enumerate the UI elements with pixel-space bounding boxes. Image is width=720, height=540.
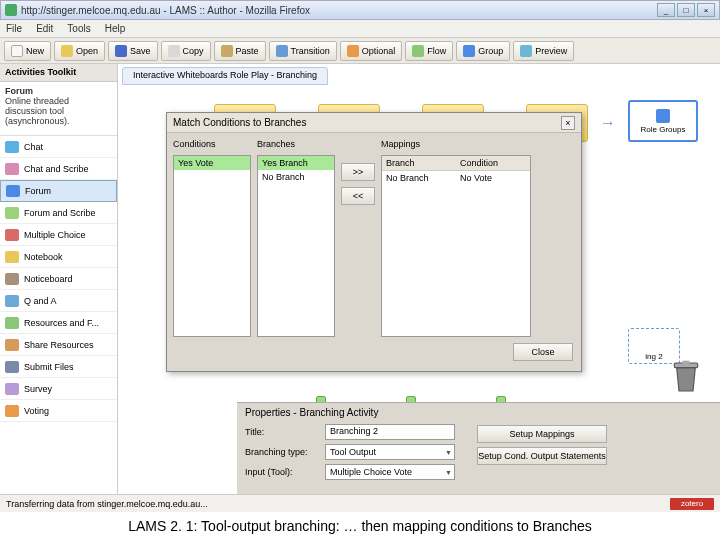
window-controls: _ □ ×: [657, 3, 715, 17]
open-button[interactable]: Open: [54, 41, 105, 61]
mapping-branch: No Branch: [382, 171, 456, 185]
sequence-box[interactable]: ing 2: [628, 328, 680, 364]
mapping-condition: No Vote: [456, 171, 530, 185]
tool-icon: [5, 295, 19, 307]
tool-item-resources-and-f-[interactable]: Resources and F...: [0, 312, 117, 334]
mapping-row[interactable]: No BranchNo Vote: [382, 171, 530, 185]
menu-tools[interactable]: Tools: [67, 23, 90, 34]
open-icon: [61, 45, 73, 57]
setup-mappings-button[interactable]: Setup Mappings: [477, 425, 607, 443]
tool-item-forum-and-scribe[interactable]: Forum and Scribe: [0, 202, 117, 224]
match-conditions-dialog: Match Conditions to Branches × Condition…: [166, 112, 582, 372]
optional-label: Optional: [362, 46, 396, 56]
save-button[interactable]: Save: [108, 41, 158, 61]
dialog-close-btn[interactable]: Close: [513, 343, 573, 361]
dialog-body: Conditions Yes Vote Branches Yes BranchN…: [167, 133, 581, 343]
new-button[interactable]: New: [4, 41, 51, 61]
sidebar: Activities Toolkit Forum Online threaded…: [0, 64, 118, 494]
branches-column: Branches Yes BranchNo Branch: [257, 139, 335, 337]
preview-label: Preview: [535, 46, 567, 56]
conditions-column: Conditions Yes Vote: [173, 139, 251, 337]
tool-item-noticeboard[interactable]: Noticeboard: [0, 268, 117, 290]
input-tool-select[interactable]: Multiple Choice Vote▼: [325, 464, 455, 480]
canvas-tab[interactable]: Interactive Whiteboards Role Play - Bran…: [122, 67, 328, 85]
group-activity[interactable]: Role Groups: [628, 100, 698, 142]
tool-item-submit-files[interactable]: Submit Files: [0, 356, 117, 378]
arrow-icon: →: [600, 114, 616, 132]
flow-icon: [412, 45, 424, 57]
status-text: Transferring data from stinger.melcoe.mq…: [6, 499, 208, 509]
preview-button[interactable]: Preview: [513, 41, 574, 61]
new-label: New: [26, 46, 44, 56]
tool-label: Multiple Choice: [24, 230, 86, 240]
branches-list[interactable]: Yes BranchNo Branch: [257, 155, 335, 337]
tool-item-q-and-a[interactable]: Q and A: [0, 290, 117, 312]
tool-label: Resources and F...: [24, 318, 99, 328]
tool-icon: [5, 317, 19, 329]
flow-button[interactable]: Flow: [405, 41, 453, 61]
save-label: Save: [130, 46, 151, 56]
open-label: Open: [76, 46, 98, 56]
tool-icon: [6, 185, 20, 197]
paste-button[interactable]: Paste: [214, 41, 266, 61]
branch-item[interactable]: Yes Branch: [258, 156, 334, 170]
setup-conditions-button[interactable]: Setup Cond. Output Statements: [477, 447, 607, 465]
menu-help[interactable]: Help: [105, 23, 126, 34]
menu-edit[interactable]: Edit: [36, 23, 53, 34]
trash-icon[interactable]: [672, 360, 700, 394]
window-title: http://stinger.melcoe.mq.edu.au - LAMS :…: [21, 5, 657, 16]
tool-item-multiple-choice[interactable]: Multiple Choice: [0, 224, 117, 246]
copy-label: Copy: [183, 46, 204, 56]
tool-icon: [5, 361, 19, 373]
tool-item-share-resources[interactable]: Share Resources: [0, 334, 117, 356]
tool-desc-title: Forum: [5, 86, 112, 96]
mappings-list[interactable]: Branch Condition No BranchNo Vote: [381, 155, 531, 337]
window-titlebar: http://stinger.melcoe.mq.edu.au - LAMS :…: [0, 0, 720, 20]
tool-item-chat[interactable]: Chat: [0, 136, 117, 158]
tool-icon: [5, 383, 19, 395]
zotero-badge[interactable]: zotero: [670, 498, 714, 510]
tool-item-voting[interactable]: Voting: [0, 400, 117, 422]
maximize-button[interactable]: □: [677, 3, 695, 17]
group-button[interactable]: Group: [456, 41, 510, 61]
tool-label: Notebook: [24, 252, 63, 262]
tool-label: Chat and Scribe: [24, 164, 89, 174]
tool-item-notebook[interactable]: Notebook: [0, 246, 117, 268]
conditions-label: Conditions: [173, 139, 251, 151]
add-mapping-button[interactable]: >>: [341, 163, 375, 181]
props-label-input: Input (Tool):: [245, 467, 317, 477]
branches-label: Branches: [257, 139, 335, 151]
copy-icon: [168, 45, 180, 57]
conditions-list[interactable]: Yes Vote: [173, 155, 251, 337]
dialog-titlebar[interactable]: Match Conditions to Branches ×: [167, 113, 581, 133]
dialog-close-button[interactable]: ×: [561, 116, 575, 130]
favicon-icon: [5, 4, 17, 16]
branch-item[interactable]: No Branch: [258, 170, 334, 184]
group-icon: [656, 109, 670, 123]
props-row-input: Input (Tool): Multiple Choice Vote▼: [245, 464, 712, 480]
paste-icon: [221, 45, 233, 57]
group-icon: [463, 45, 475, 57]
close-button[interactable]: ×: [697, 3, 715, 17]
minimize-button[interactable]: _: [657, 3, 675, 17]
condition-item[interactable]: Yes Vote: [174, 156, 250, 170]
title-input[interactable]: Branching 2: [325, 424, 455, 440]
menu-file[interactable]: File: [6, 23, 22, 34]
flow-label: Flow: [427, 46, 446, 56]
toolbar: New Open Save Copy Paste Transition Opti…: [0, 38, 720, 64]
tool-item-survey[interactable]: Survey: [0, 378, 117, 400]
props-right-buttons: Setup Mappings Setup Cond. Output Statem…: [477, 425, 607, 465]
svg-rect-1: [683, 361, 690, 365]
copy-button[interactable]: Copy: [161, 41, 211, 61]
tool-item-forum[interactable]: Forum: [0, 180, 117, 202]
tool-item-chat-and-scribe[interactable]: Chat and Scribe: [0, 158, 117, 180]
mappings-column: Mappings Branch Condition No BranchNo Vo…: [381, 139, 575, 337]
branching-type-select[interactable]: Tool Output▼: [325, 444, 455, 460]
paste-label: Paste: [236, 46, 259, 56]
transition-button[interactable]: Transition: [269, 41, 337, 61]
props-label-type: Branching type:: [245, 447, 317, 457]
preview-icon: [520, 45, 532, 57]
tool-icon: [5, 273, 19, 285]
remove-mapping-button[interactable]: <<: [341, 187, 375, 205]
optional-button[interactable]: Optional: [340, 41, 403, 61]
